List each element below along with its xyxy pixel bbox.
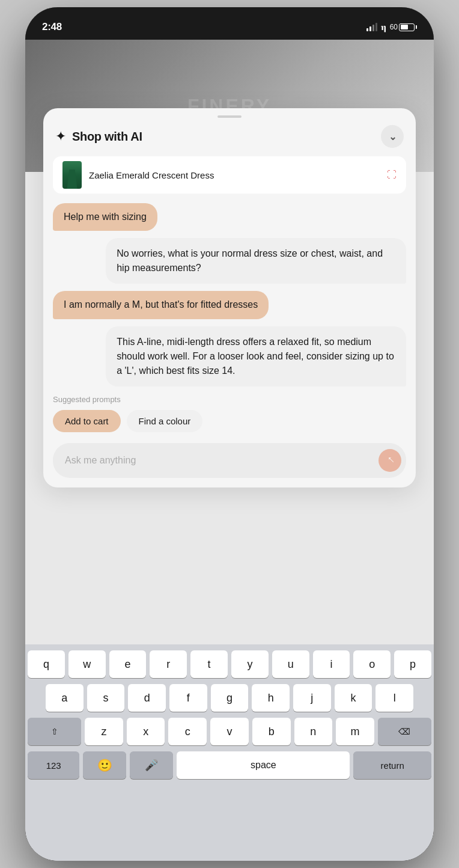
ai-message-2: This A-line, midi-length dress offers a … xyxy=(106,326,406,387)
status-bar: 2:48 𝛈︎ 60 xyxy=(25,7,434,40)
key-r[interactable]: r xyxy=(150,650,187,678)
key-n[interactable]: n xyxy=(294,718,333,745)
product-name: Zaelia Emerald Crescent Dress xyxy=(89,170,214,180)
shop-ai-title: Shop with AI xyxy=(72,130,142,144)
key-x[interactable]: x xyxy=(127,718,165,745)
signal-bar-3 xyxy=(372,25,374,31)
key-q[interactable]: q xyxy=(28,650,65,678)
user-message-2: I am normally a M, but that's for fitted… xyxy=(53,291,269,319)
header-left: ✦ Shop with AI xyxy=(55,129,142,144)
screen: 2:48 𝛈︎ 60 F xyxy=(25,7,434,861)
shift-key[interactable]: ⇧ xyxy=(28,718,81,745)
suggested-prompts-label: Suggested prompts xyxy=(53,395,406,404)
delete-key[interactable]: ⌫ xyxy=(378,718,431,745)
product-left: Zaelia Emerald Crescent Dress xyxy=(62,161,214,189)
microphone-key[interactable]: 🎤 xyxy=(130,751,173,779)
dress-shape xyxy=(65,170,79,189)
key-c[interactable]: c xyxy=(168,718,207,745)
key-i[interactable]: i xyxy=(313,650,350,678)
key-o[interactable]: o xyxy=(353,650,391,678)
signal-bar-2 xyxy=(369,26,371,31)
key-u[interactable]: u xyxy=(272,650,309,678)
keyboard-row-4: 123 🙂 🎤 space return xyxy=(28,751,431,779)
key-j[interactable]: j xyxy=(293,684,331,712)
status-icons: 𝛈︎ 60 xyxy=(366,22,417,32)
sparkle-icon: ✦ xyxy=(55,129,66,144)
battery-icon: 60 xyxy=(390,23,417,31)
key-m[interactable]: m xyxy=(336,718,374,745)
find-colour-button[interactable]: Find a colour xyxy=(127,410,203,432)
key-h[interactable]: h xyxy=(252,684,290,712)
keyboard-row-1: q w e r t y u i o p xyxy=(28,650,431,678)
keyboard-row-3: ⇧ z x c v b n m ⌫ xyxy=(28,718,431,745)
battery-level: 60 xyxy=(390,23,398,31)
add-to-cart-button[interactable]: Add to cart xyxy=(53,410,121,432)
shift-icon: ⇧ xyxy=(51,727,58,736)
keyboard: q w e r t y u i o p a s d f g h j k xyxy=(25,644,434,861)
drag-handle-bar xyxy=(217,115,242,118)
return-key[interactable]: return xyxy=(353,751,431,779)
key-v[interactable]: v xyxy=(210,718,249,745)
ask-me-anything-input[interactable]: Ask me anything xyxy=(65,455,374,466)
key-s[interactable]: s xyxy=(87,684,125,712)
suggested-prompts-section: Suggested prompts Add to cart Find a col… xyxy=(43,387,416,437)
key-t[interactable]: t xyxy=(190,650,228,678)
status-time: 2:48 xyxy=(42,21,62,33)
user-message-1: Help me with sizing xyxy=(53,203,157,231)
key-y[interactable]: y xyxy=(231,650,269,678)
chat-header: ✦ Shop with AI ⌄ xyxy=(43,123,416,156)
drag-handle[interactable] xyxy=(43,108,416,123)
delete-icon: ⌫ xyxy=(398,727,410,736)
numbers-key[interactable]: 123 xyxy=(28,751,79,779)
emoji-key[interactable]: 🙂 xyxy=(83,751,126,779)
suggested-buttons: Add to cart Find a colour xyxy=(53,410,406,432)
key-k[interactable]: k xyxy=(335,684,372,712)
signal-bar-4 xyxy=(375,23,377,31)
battery-body xyxy=(399,23,415,31)
send-arrow-icon: ↑ xyxy=(384,453,397,466)
battery-cap xyxy=(416,25,417,29)
chevron-down-icon: ⌄ xyxy=(389,131,397,142)
chat-panel: ✦ Shop with AI ⌄ Zaelia Emerald Crescent… xyxy=(43,108,416,487)
chat-messages: Help me with sizing No worries, what is … xyxy=(43,203,416,387)
wifi-icon: 𝛈︎ xyxy=(381,22,386,32)
ai-message-1: No worries, what is your normal dress si… xyxy=(106,238,406,284)
space-key[interactable]: space xyxy=(177,751,350,779)
battery-fill xyxy=(401,25,409,29)
expand-icon[interactable]: ⛶ xyxy=(387,170,397,180)
key-p[interactable]: p xyxy=(394,650,431,678)
keyboard-row-2: a s d f g h j k l xyxy=(28,684,431,712)
product-image xyxy=(62,161,82,189)
key-g[interactable]: g xyxy=(211,684,249,712)
key-d[interactable]: d xyxy=(128,684,166,712)
collapse-button[interactable]: ⌄ xyxy=(381,125,404,148)
key-e[interactable]: e xyxy=(109,650,147,678)
input-bar: Ask me anything ↑ xyxy=(53,443,406,478)
phone-frame: 2:48 𝛈︎ 60 F xyxy=(25,7,434,861)
product-row[interactable]: Zaelia Emerald Crescent Dress ⛶ xyxy=(53,156,406,194)
key-f[interactable]: f xyxy=(169,684,207,712)
signal-bar-1 xyxy=(366,28,368,31)
signal-bars-icon xyxy=(366,23,377,31)
key-b[interactable]: b xyxy=(252,718,291,745)
key-z[interactable]: z xyxy=(85,718,123,745)
key-a[interactable]: a xyxy=(46,684,84,712)
key-l[interactable]: l xyxy=(375,684,413,712)
send-button[interactable]: ↑ xyxy=(378,449,401,472)
key-w[interactable]: w xyxy=(68,650,106,678)
